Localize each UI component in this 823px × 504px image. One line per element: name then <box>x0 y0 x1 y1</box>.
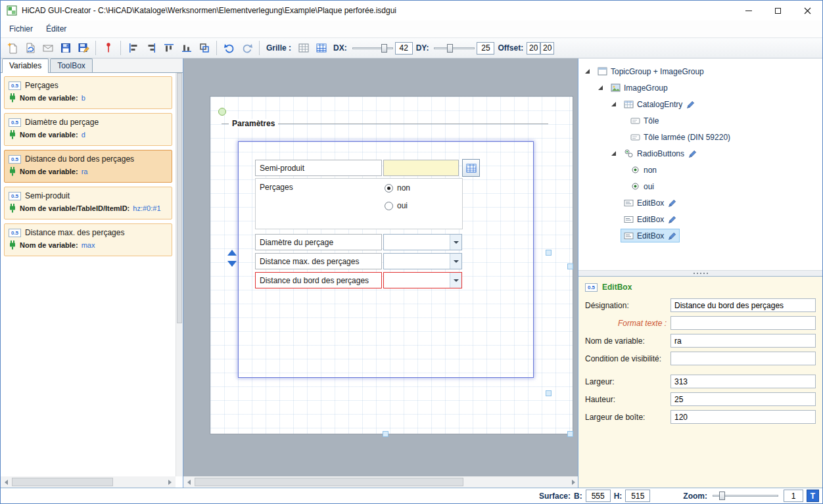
dy-field[interactable] <box>477 42 494 55</box>
catalog-button[interactable] <box>462 159 480 177</box>
selection-handle[interactable] <box>546 390 552 396</box>
resize-arrows-icon[interactable] <box>227 250 237 267</box>
variable-card-distance-bord[interactable]: 0.5Distance du bord des perçages Nom de … <box>4 150 172 183</box>
grid-snap-button[interactable] <box>312 39 330 57</box>
tab-toolbox[interactable]: ToolBox <box>50 58 93 72</box>
scrollbar-thumb[interactable] <box>12 478 113 486</box>
left-horizontal-scrollbar[interactable] <box>1 476 176 488</box>
dy-slider-thumb[interactable] <box>447 44 453 53</box>
offset-y-field[interactable] <box>540 42 554 55</box>
menu-editer[interactable]: Éditer <box>39 22 73 36</box>
align-bottom-button[interactable] <box>177 39 195 57</box>
selection-handle[interactable] <box>567 263 573 269</box>
scrollbar-thumb[interactable] <box>195 478 463 486</box>
scroll-left-arrow[interactable] <box>183 476 195 488</box>
expander-icon[interactable] <box>598 85 607 90</box>
designed-form[interactable]: Paramètres Semi-produit Perçages non oui… <box>210 96 573 434</box>
tree-item-topicgroup[interactable]: TopicGroup + ImageGroup <box>578 63 822 80</box>
undo-button[interactable] <box>220 39 238 57</box>
export-button[interactable] <box>39 39 57 57</box>
pencil-icon[interactable] <box>686 100 695 109</box>
variable-card-diametre[interactable]: 0.5Diamètre du perçage Nom de variable:d <box>4 113 172 146</box>
tree-item-non[interactable]: non <box>578 162 822 178</box>
anchor-handle[interactable] <box>218 108 226 116</box>
distance-bord-combo[interactable] <box>383 272 462 288</box>
surface-h-field[interactable] <box>625 490 650 502</box>
menu-fichier[interactable]: Fichier <box>3 22 39 36</box>
tree-item-oui[interactable]: oui <box>578 178 822 195</box>
form-panel[interactable]: Semi-produit Perçages non oui Diamètre d… <box>238 141 534 378</box>
same-size-button[interactable] <box>195 39 213 57</box>
minimize-button[interactable] <box>734 1 763 20</box>
dy-slider[interactable] <box>434 42 475 55</box>
zoom-field[interactable] <box>784 490 803 502</box>
tree-item-radiobuttons[interactable]: RadioButtons <box>578 145 822 162</box>
expander-icon[interactable] <box>611 151 621 156</box>
combo-arrow[interactable] <box>450 254 461 269</box>
zoom-slider-thumb[interactable] <box>719 492 725 500</box>
pencil-icon[interactable] <box>688 149 697 158</box>
radio-oui-circle[interactable] <box>385 202 393 210</box>
variable-card-semi-produit[interactable]: 0.5Semi-produit Nom de variable/TableID/… <box>4 187 172 219</box>
text-mode-button[interactable]: T <box>807 490 819 502</box>
save-as-button[interactable] <box>74 39 92 57</box>
align-right-button[interactable] <box>142 39 160 57</box>
tab-variables[interactable]: Variables <box>2 58 49 73</box>
nom-variable-input[interactable] <box>670 334 816 348</box>
tree-item-editbox-2[interactable]: EditBox <box>578 211 822 227</box>
tree-item-editbox-1[interactable]: EditBox <box>578 195 822 211</box>
semi-produit-input[interactable] <box>383 160 459 176</box>
hauteur-input[interactable] <box>670 392 816 406</box>
combo-arrow[interactable] <box>450 273 461 288</box>
semi-produit-label-box[interactable]: Semi-produit <box>255 160 382 176</box>
scroll-left-arrow[interactable] <box>1 476 12 488</box>
surface-b-field[interactable] <box>586 490 611 502</box>
pencil-icon[interactable] <box>667 198 676 208</box>
tree-item-imagegroup[interactable]: ImageGroup <box>578 80 822 96</box>
dx-slider-thumb[interactable] <box>381 44 387 53</box>
pencil-icon[interactable] <box>667 215 676 224</box>
percages-groupbox[interactable]: Perçages non oui <box>255 178 463 229</box>
distance-bord-label-box[interactable]: Distance du bord des perçages <box>255 272 382 288</box>
tree-item-catalogentry[interactable]: CatalogEntry <box>578 96 822 112</box>
radio-oui[interactable]: oui <box>385 201 408 210</box>
tree-item-tole-larmee[interactable]: Tôle larmée (DIN 59220) <box>578 129 822 145</box>
diametre-combo[interactable] <box>383 234 462 250</box>
selection-handle[interactable] <box>546 250 552 256</box>
condition-visibilite-input[interactable] <box>670 352 816 365</box>
canvas-horizontal-scrollbar[interactable] <box>183 476 579 488</box>
maximize-button[interactable] <box>763 1 793 20</box>
selection-handle[interactable] <box>567 431 573 437</box>
largeur-boite-input[interactable] <box>670 410 816 424</box>
open-button[interactable] <box>21 39 39 57</box>
designation-input[interactable] <box>670 298 816 312</box>
panel-splitter[interactable] <box>578 270 822 276</box>
expander-icon[interactable] <box>611 102 621 106</box>
distance-max-combo[interactable] <box>383 253 462 269</box>
expander-icon[interactable] <box>585 69 594 74</box>
offset-x-field[interactable] <box>527 42 540 55</box>
left-vertical-scrollbar[interactable] <box>176 73 183 476</box>
save-button[interactable] <box>57 39 74 57</box>
combo-arrow[interactable] <box>450 235 461 250</box>
radio-non-circle[interactable] <box>385 184 393 193</box>
pin-button[interactable] <box>99 39 117 57</box>
dx-field[interactable] <box>395 42 413 55</box>
tree-item-tole[interactable]: Tôle <box>578 112 822 129</box>
largeur-input[interactable] <box>670 375 816 388</box>
align-top-button[interactable] <box>160 39 177 57</box>
radio-non[interactable]: non <box>385 183 410 193</box>
tree-item-editbox-3[interactable]: EditBox <box>578 227 822 244</box>
scroll-right-arrow[interactable] <box>164 476 176 488</box>
variable-card-distance-max[interactable]: 0.5Distance max. des perçages Nom de var… <box>4 223 172 256</box>
selection-handle[interactable] <box>383 431 388 437</box>
dx-slider[interactable] <box>352 42 393 55</box>
grid-button[interactable] <box>294 39 312 57</box>
zoom-slider[interactable] <box>713 490 778 502</box>
close-button[interactable] <box>793 1 822 20</box>
redo-button[interactable] <box>238 39 256 57</box>
pencil-icon[interactable] <box>667 231 676 241</box>
new-button[interactable] <box>3 39 21 57</box>
align-left-button[interactable] <box>124 39 142 57</box>
variable-card-percages[interactable]: 0.5Perçages Nom de variable:b <box>4 76 172 109</box>
